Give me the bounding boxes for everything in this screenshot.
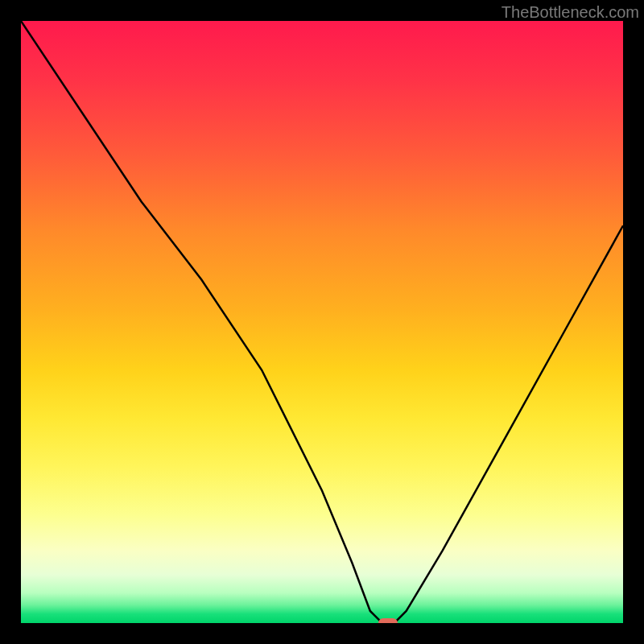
plot-area	[21, 21, 623, 623]
optimal-marker	[378, 618, 398, 623]
chart-frame: TheBottleneck.com	[0, 0, 644, 644]
watermark-text: TheBottleneck.com	[502, 3, 639, 22]
bottleneck-curve	[21, 21, 623, 623]
